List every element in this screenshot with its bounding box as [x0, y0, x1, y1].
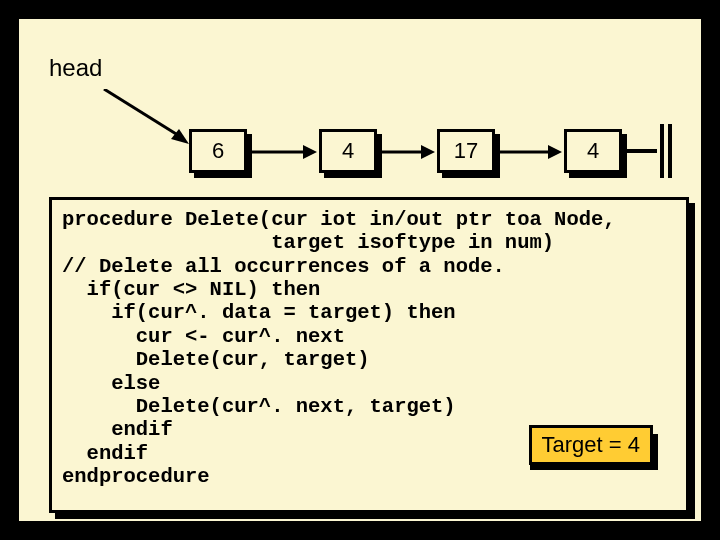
target-badge: Target = 4 — [529, 425, 653, 465]
list-node-1: 6 — [189, 129, 247, 173]
diagram-frame: head 6 4 17 4 procedure Delete(cur iot i… — [15, 15, 705, 525]
next-arrow — [250, 143, 317, 161]
nil-connector — [625, 149, 657, 153]
list-node-3: 17 — [437, 129, 495, 173]
list-node-2: 4 — [319, 129, 377, 173]
svg-marker-5 — [421, 145, 435, 159]
head-pointer-line — [99, 89, 189, 144]
next-arrow — [499, 143, 562, 161]
list-node-4: 4 — [564, 129, 622, 173]
nil-terminator-icon — [657, 124, 675, 178]
svg-marker-7 — [548, 145, 562, 159]
svg-line-0 — [104, 89, 181, 137]
head-label: head — [49, 54, 102, 82]
next-arrow — [380, 143, 435, 161]
svg-marker-3 — [303, 145, 317, 159]
